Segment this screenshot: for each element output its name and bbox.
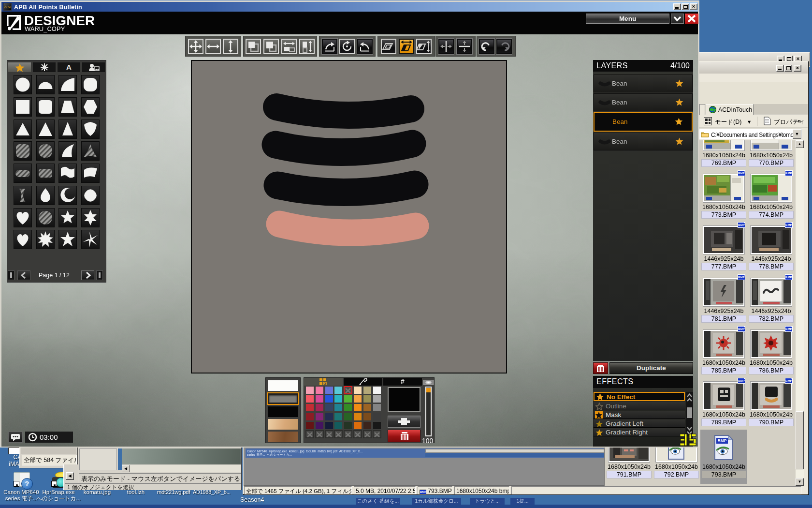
svg-text:BMP: BMP [718, 438, 727, 443]
